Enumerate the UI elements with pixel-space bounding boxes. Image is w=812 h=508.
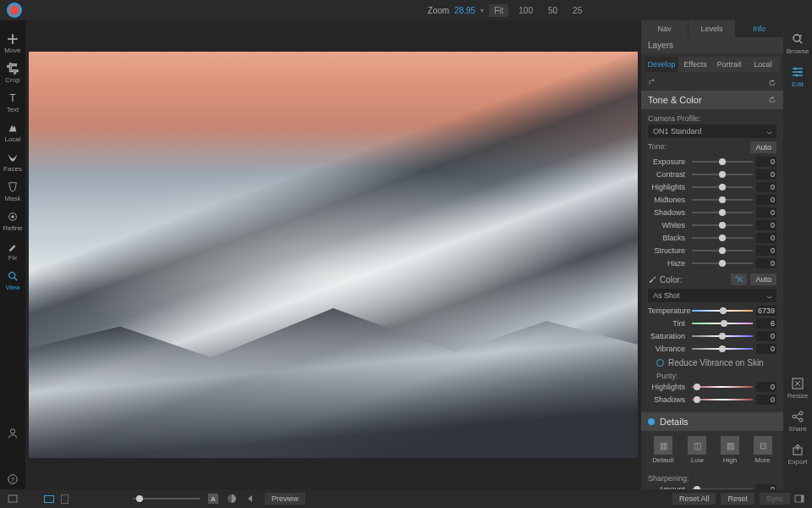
export-icon[interactable] bbox=[648, 79, 656, 87]
mask-tool[interactable]: Mask bbox=[0, 177, 25, 207]
subtab-portrait[interactable]: Portrait bbox=[712, 57, 746, 72]
vibrance-slider[interactable] bbox=[692, 348, 753, 350]
slider-label: Highlights bbox=[648, 183, 689, 191]
subtab-local[interactable]: Local bbox=[746, 57, 780, 72]
slider-value[interactable]: 6 bbox=[756, 318, 776, 329]
tab-nav[interactable]: Nav bbox=[641, 20, 689, 37]
preset-more[interactable]: ⊡More bbox=[754, 436, 772, 464]
svg-point-14 bbox=[799, 411, 803, 415]
faces-tool[interactable]: Faces bbox=[0, 147, 25, 177]
slider-value[interactable]: 6739 bbox=[756, 306, 776, 316]
temperature-slider[interactable] bbox=[692, 310, 753, 312]
slider-value[interactable]: 0 bbox=[756, 157, 776, 167]
soft-proof-icon[interactable] bbox=[226, 493, 238, 505]
svg-text:?: ? bbox=[11, 477, 14, 483]
slider-label: Saturation bbox=[648, 332, 689, 340]
zoom-dropdown-icon[interactable]: ▾ bbox=[480, 7, 484, 14]
crop-tool[interactable]: Crop bbox=[0, 58, 25, 88]
midtones-slider[interactable] bbox=[692, 199, 753, 201]
zoom-value[interactable]: 28.95 bbox=[454, 6, 475, 15]
zoom-label: Zoom bbox=[428, 6, 450, 15]
move-tool[interactable]: Move bbox=[0, 29, 25, 58]
export-button[interactable]: Export bbox=[787, 438, 808, 471]
svg-point-4 bbox=[10, 429, 14, 433]
slider-value[interactable]: 0 bbox=[756, 207, 776, 218]
panel-toggle-icon[interactable] bbox=[793, 493, 805, 505]
edit-button[interactable]: Edit bbox=[787, 60, 809, 93]
zoom-50-button[interactable]: 50 bbox=[543, 4, 562, 17]
whites-slider[interactable] bbox=[692, 224, 753, 226]
contrast-slider[interactable] bbox=[692, 174, 753, 175]
resize-button[interactable]: Resize bbox=[787, 372, 808, 405]
text-tool[interactable]: TText bbox=[0, 88, 25, 118]
mask-a-icon[interactable]: A bbox=[207, 493, 219, 505]
slider-value[interactable]: 0 bbox=[756, 331, 776, 341]
help-icon[interactable]: ? bbox=[0, 469, 25, 489]
reduce-vibrance-checkbox[interactable]: Reduce Vibrance on Skin bbox=[648, 358, 776, 367]
details-header[interactable]: Details bbox=[641, 412, 783, 431]
slider-value[interactable]: 0 bbox=[756, 258, 776, 268]
structure-slider[interactable] bbox=[692, 250, 753, 251]
fix-tool[interactable]: Fix bbox=[0, 236, 25, 266]
reset-tone-icon[interactable] bbox=[768, 96, 776, 104]
preset-high[interactable]: ▨High bbox=[721, 436, 739, 464]
blacks-slider[interactable] bbox=[692, 237, 753, 239]
highlights-slider[interactable] bbox=[692, 386, 753, 388]
app-logo bbox=[7, 3, 22, 18]
tab-levels[interactable]: Levels bbox=[689, 20, 736, 37]
haze-slider[interactable] bbox=[692, 262, 753, 264]
opacity-slider[interactable] bbox=[133, 498, 200, 500]
preset-low[interactable]: ◫Low bbox=[688, 436, 706, 464]
sync-button[interactable]: Sync bbox=[760, 493, 790, 505]
subtab-effects[interactable]: Effects bbox=[678, 57, 712, 72]
tone-color-header[interactable]: Tone & Color bbox=[641, 91, 783, 109]
slider-value[interactable]: 0 bbox=[756, 195, 776, 205]
highlights-slider[interactable] bbox=[692, 186, 753, 188]
aspect-portrait-icon[interactable] bbox=[61, 494, 69, 504]
svg-text:T: T bbox=[9, 92, 16, 104]
layers-header[interactable]: Layers bbox=[641, 37, 783, 53]
zoom-25-button[interactable]: 25 bbox=[568, 4, 587, 17]
preset-default[interactable]: ▥Default bbox=[652, 436, 673, 464]
zoom-fit-button[interactable]: Fit bbox=[489, 4, 508, 17]
preview-button[interactable]: Preview bbox=[265, 493, 305, 505]
slider-value[interactable]: 0 bbox=[756, 382, 776, 392]
reset-button[interactable]: Reset bbox=[721, 493, 754, 505]
slider-value[interactable]: 0 bbox=[756, 233, 776, 243]
share-button[interactable]: Share bbox=[787, 405, 808, 438]
shadows-slider[interactable] bbox=[692, 212, 753, 213]
shadows-slider[interactable] bbox=[692, 399, 753, 400]
view-tool[interactable]: View bbox=[0, 266, 25, 295]
slider-value[interactable]: 0 bbox=[756, 220, 776, 230]
slider-label: Haze bbox=[648, 259, 689, 268]
subtab-develop[interactable]: Develop bbox=[645, 57, 678, 72]
svg-point-3 bbox=[9, 273, 15, 279]
slider-value[interactable]: 0 bbox=[756, 169, 776, 179]
refine-tool[interactable]: Refine bbox=[0, 207, 25, 236]
slider-value[interactable]: 0 bbox=[756, 344, 776, 354]
color-auto-button[interactable]: Auto bbox=[750, 273, 776, 285]
canvas-area[interactable] bbox=[25, 20, 641, 489]
user-icon[interactable] bbox=[0, 423, 25, 444]
local-tool[interactable]: Local bbox=[0, 118, 25, 147]
slider-value[interactable]: 0 bbox=[756, 395, 776, 405]
slider-value[interactable]: 0 bbox=[756, 246, 776, 256]
white-balance-dropdown[interactable]: As Shot⌵ bbox=[648, 289, 776, 302]
reset-icon[interactable] bbox=[768, 79, 776, 87]
eyedropper-icon[interactable] bbox=[648, 275, 656, 284]
tone-auto-button[interactable]: Auto bbox=[750, 141, 776, 153]
slider-value[interactable]: 0 bbox=[756, 182, 776, 192]
reset-all-button[interactable]: Reset All bbox=[672, 493, 716, 505]
exposure-slider[interactable] bbox=[692, 161, 753, 163]
saturation-slider[interactable] bbox=[692, 335, 753, 337]
tint-slider[interactable] bbox=[692, 323, 753, 324]
browse-button[interactable]: Browse bbox=[787, 27, 809, 60]
kelvin-button[interactable]: °K bbox=[731, 273, 748, 285]
tab-info[interactable]: Info bbox=[736, 20, 783, 37]
aspect-landscape-icon[interactable] bbox=[44, 495, 54, 503]
zoom-100-button[interactable]: 100 bbox=[513, 4, 538, 17]
svg-point-13 bbox=[793, 415, 796, 418]
camera-profile-dropdown[interactable]: ON1 Standard⌵ bbox=[648, 124, 776, 138]
compare-prev-icon[interactable] bbox=[244, 493, 256, 505]
single-view-icon[interactable] bbox=[7, 493, 19, 505]
